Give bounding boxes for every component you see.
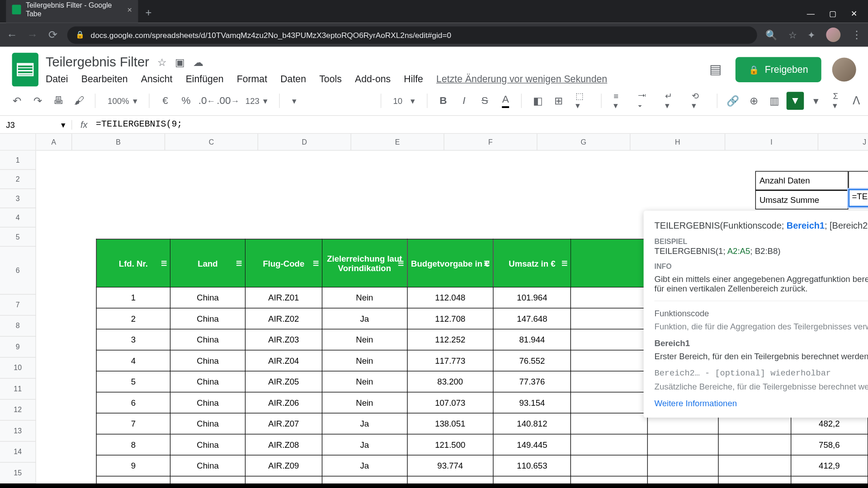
cell[interactable]: 9 [96,455,170,476]
increase-decimal-icon[interactable]: .00→ [219,92,237,110]
cell[interactable]: China [170,287,245,308]
filter-dropdown-icon[interactable]: ▾ [807,92,825,110]
close-window-icon[interactable]: ✕ [851,9,858,18]
row-header[interactable]: 6 [0,247,36,295]
cell[interactable]: Ja [322,413,407,434]
cell[interactable]: 6 [96,392,170,413]
font-size-select[interactable]: 10 ▾ [388,96,420,105]
cell[interactable]: 4 [96,350,170,371]
cell[interactable]: Nein [322,392,407,413]
merge-cells-icon[interactable]: ⬚ ▾ [571,91,594,110]
rotate-icon[interactable]: ⟲ ▾ [687,91,709,110]
comments-icon[interactable]: ▤ [707,61,725,79]
menu-insert[interactable]: Einfügen [186,74,224,84]
cell[interactable]: Nein [322,350,407,371]
cell[interactable] [571,455,648,476]
row-header[interactable]: 8 [0,316,36,337]
link-icon[interactable]: 🔗 [724,92,741,110]
zoom-indicator-icon[interactable]: 🔍 [765,29,778,40]
cell[interactable]: Nein [322,287,407,308]
column-header[interactable]: F [444,134,538,150]
cell[interactable]: AIR.Z03 [245,329,322,350]
bookmark-icon[interactable]: ☆ [788,29,797,40]
cell[interactable] [571,329,648,350]
cell[interactable]: China [170,413,245,434]
cell[interactable]: Ja [322,434,407,455]
menu-edit[interactable]: Bearbeiten [81,74,128,84]
cell[interactable]: 93.774 [407,455,494,476]
maximize-icon[interactable]: ▢ [829,9,836,18]
cell[interactable]: 101.964 [493,287,571,308]
close-tab-icon[interactable]: × [127,5,132,14]
cell[interactable]: China [170,308,245,329]
new-tab-button[interactable]: + [138,3,159,23]
cell[interactable]: Nein [322,371,407,392]
decrease-decimal-icon[interactable]: .0← [198,92,215,110]
column-header[interactable]: E [351,134,444,150]
cell[interactable]: 83.200 [407,371,494,392]
column-header[interactable]: J [818,134,868,150]
cell[interactable]: 93.154 [493,392,571,413]
cell[interactable] [647,455,718,476]
star-icon[interactable]: ☆ [157,56,166,69]
col-umsatz[interactable]: Umsatz in €☰ [493,239,571,287]
col-hidden-h[interactable] [571,239,648,287]
cell[interactable]: AIR.Z01 [245,287,322,308]
number-format-select[interactable]: 123▾ [241,96,272,105]
column-header[interactable]: C [165,134,258,150]
menu-help[interactable]: Hilfe [404,74,423,84]
menu-format[interactable]: Format [237,74,267,84]
cell[interactable]: China [170,392,245,413]
cell[interactable]: China [170,329,245,350]
summary-label-2[interactable]: Umsatz Summe [755,190,849,209]
extension-icon[interactable]: ✦ [807,29,815,40]
column-header[interactable]: H [630,134,725,150]
menu-file[interactable]: Datei [46,74,68,84]
back-icon[interactable]: ← [6,28,18,41]
cell[interactable]: AIR.Z04 [245,350,322,371]
v-align-icon[interactable]: ⭲ ▾ [633,91,657,110]
borders-icon[interactable]: ⊞ [550,92,567,110]
menu-data[interactable]: Daten [280,74,306,84]
table-row[interactable]: 8ChinaAIR.Z08Ja121.500149.445758,6 [96,434,868,455]
h-align-icon[interactable]: ≡ ▾ [609,91,629,110]
cell[interactable]: AIR.Z05 [245,371,322,392]
last-edit-link[interactable]: Letzte Änderung vor wenigen Sekunden [436,74,607,84]
cell[interactable]: 147.648 [493,308,571,329]
profile-avatar-icon[interactable] [826,28,840,42]
cell[interactable]: 107.073 [407,392,494,413]
cell[interactable]: China [170,434,245,455]
strikethrough-icon[interactable]: S [476,92,493,110]
cell[interactable]: 5 [96,371,170,392]
cell[interactable]: 758,6 [791,434,868,455]
col-lfd[interactable]: Lfd. Nr.☰ [96,239,170,287]
paint-format-icon[interactable]: 🖌 [71,92,88,110]
zoom-select[interactable]: 100% ▾ [103,96,142,105]
cell[interactable]: AIR.Z07 [245,413,322,434]
cell[interactable]: 140.812 [493,413,571,434]
cell[interactable]: 138.051 [407,413,494,434]
cell[interactable]: China [170,455,245,476]
column-header[interactable]: A [36,134,72,150]
row-header[interactable]: 3 [0,189,36,208]
cell[interactable] [571,287,648,308]
spreadsheet-grid[interactable]: ABCDEFGHIJKL 123456789101112131415161718… [0,134,868,488]
cell[interactable]: 112.252 [407,329,494,350]
cell[interactable]: 3 [96,329,170,350]
wrap-icon[interactable]: ↵ ▾ [660,91,683,110]
more-info-link[interactable]: Weitere Informationen [655,399,868,408]
cell[interactable]: 76.552 [493,350,571,371]
summary-value-1[interactable] [848,171,868,190]
summary-label-1[interactable]: Anzahl Daten [755,171,849,190]
cell[interactable]: Ja [322,455,407,476]
row-header[interactable]: 2 [0,170,36,189]
cell[interactable]: 1 [96,287,170,308]
cell[interactable]: AIR.Z06 [245,392,322,413]
cell[interactable]: 7 [96,413,170,434]
forward-icon[interactable]: → [26,28,38,41]
text-color-icon[interactable]: A [497,92,514,110]
cell[interactable] [571,308,648,329]
cell[interactable]: 2 [96,308,170,329]
cloud-status-icon[interactable]: ☁ [193,56,203,69]
menu-addons[interactable]: Add-ons [355,74,391,84]
